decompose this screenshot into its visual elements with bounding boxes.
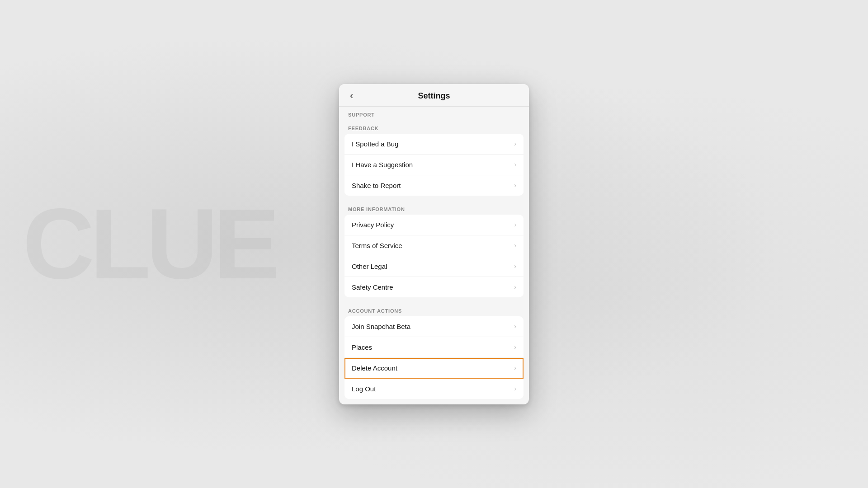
feedback-list: I Spotted a Bug › I Have a Suggestion › … [344,134,524,196]
list-item-log-out[interactable]: Log Out › [344,379,524,399]
section-header-feedback: FEEDBACK [339,120,529,134]
list-item-spotted-bug[interactable]: I Spotted a Bug › [344,134,524,155]
section-header-more-info: MORE INFORMATION [339,201,529,215]
list-item-suggestion[interactable]: I Have a Suggestion › [344,155,524,175]
chevron-icon: › [514,364,516,371]
list-item-safety-centre[interactable]: Safety Centre › [344,277,524,297]
list-item-places[interactable]: Places › [344,337,524,358]
list-item-privacy-policy[interactable]: Privacy Policy › [344,215,524,235]
list-item-delete-account[interactable]: Delete Account › [344,358,524,379]
chevron-icon: › [514,182,516,189]
delete-account-label: Delete Account [352,364,397,372]
more-information-list: Privacy Policy › Terms of Service › Othe… [344,215,524,297]
chevron-icon: › [514,263,516,270]
privacy-policy-label: Privacy Policy [352,221,394,229]
list-item-terms-service[interactable]: Terms of Service › [344,235,524,256]
chevron-icon: › [514,140,516,147]
section-header-account-actions: ACCOUNT ACTIONS [339,303,529,316]
chevron-icon: › [514,161,516,168]
chevron-icon: › [514,323,516,330]
list-item-other-legal[interactable]: Other Legal › [344,256,524,277]
chevron-icon: › [514,385,516,392]
places-label: Places [352,343,372,351]
log-out-label: Log Out [352,385,376,393]
list-item-join-beta[interactable]: Join Snapchat Beta › [344,316,524,337]
terms-service-label: Terms of Service [352,242,402,249]
other-legal-label: Other Legal [352,263,387,270]
list-item-shake-report[interactable]: Shake to Report › [344,175,524,196]
chevron-icon: › [514,283,516,291]
suggestion-label: I Have a Suggestion [352,161,413,169]
join-beta-label: Join Snapchat Beta [352,323,410,330]
back-button[interactable]: ‹ [346,88,357,103]
account-actions-list: Join Snapchat Beta › Places › Delete Acc… [344,316,524,399]
spotted-bug-label: I Spotted a Bug [352,140,398,148]
chevron-icon: › [514,242,516,249]
settings-header: ‹ Settings [339,84,529,107]
phone-container: ‹ Settings SUPPORT FEEDBACK I Spotted a … [339,84,529,404]
safety-centre-label: Safety Centre [352,283,393,291]
section-header-support: SUPPORT [339,107,529,120]
chevron-icon: › [514,221,516,228]
chevron-icon: › [514,343,516,351]
back-icon: ‹ [350,90,353,102]
page-title: Settings [418,91,450,101]
shake-report-label: Shake to Report [352,182,401,189]
